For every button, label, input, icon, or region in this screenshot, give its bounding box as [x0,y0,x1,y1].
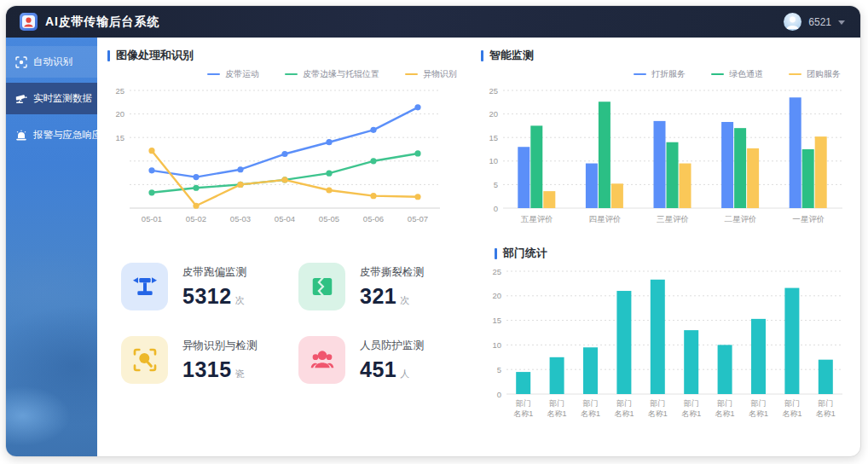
svg-text:20: 20 [492,291,501,300]
panel-title-text: 部门统计 [503,246,547,261]
title-accent-bar [107,50,110,61]
stat-value: 321次 [360,284,424,309]
stat-value: 1315瓷 [182,357,258,382]
legend-swatch [207,73,220,75]
panel-smart-monitor: 智能监测 打折服务 绿色通道 团购服务 0510152025五星评价四星评价三星… [481,48,849,232]
svg-text:25: 25 [489,86,498,96]
svg-text:10: 10 [492,340,501,350]
chevron-down-icon [838,20,845,25]
svg-text:名称1: 名称1 [715,409,735,418]
svg-text:部门: 部门 [549,399,564,408]
svg-text:05-07: 05-07 [408,214,428,223]
svg-text:05-01: 05-01 [142,214,162,223]
svg-text:部门: 部门 [616,399,632,408]
grouped-bar-chart-svg: 0510152025五星评价四星评价三星评价二星评价一星评价 [481,82,849,229]
camera-icon [15,93,27,105]
sidebar: 自动识别 实时监测数据 [6,38,97,457]
svg-text:20: 20 [489,109,498,119]
svg-text:五星评价: 五星评价 [521,214,553,223]
svg-text:15: 15 [492,316,501,325]
stat-unit: 人 [400,368,410,379]
svg-text:0: 0 [497,390,501,399]
svg-text:部门: 部门 [684,399,699,408]
legend-item[interactable]: 团购服务 [789,68,841,80]
sidebar-item-label: 报警与应急响应 [33,129,102,142]
svg-text:名称1: 名称1 [648,409,668,418]
svg-text:名称1: 名称1 [614,409,634,418]
title-accent-bar [495,248,497,259]
avatar[interactable] [784,13,801,31]
svg-text:名称1: 名称1 [513,409,533,418]
panel-title-text: 图像处理和识别 [116,48,194,63]
svg-text:05-05: 05-05 [319,214,339,223]
svg-text:05-03: 05-03 [230,214,251,223]
panel-image-recognition: 图像处理和识别 皮带运动 皮带边缘与托辊位置 异物识别 15202505-010… [107,48,466,232]
legend-item[interactable]: 皮带运动 [207,68,259,80]
page-title: AI皮带传输后台系统 [45,14,159,30]
legend-item[interactable]: 皮带边缘与托辊位置 [285,68,379,80]
legend-swatch [711,73,724,75]
svg-text:四星评价: 四星评价 [588,214,621,223]
svg-text:部门: 部门 [818,399,833,408]
stat-card-belt-tear: 皮带撕裂检测 321次 [298,263,467,310]
svg-text:25: 25 [115,86,124,96]
user-id: 6521 [808,16,831,28]
stat-label: 皮带撕裂检测 [360,265,424,280]
stat-value: 5312次 [182,284,246,309]
svg-text:部门: 部门 [583,399,599,408]
svg-text:名称1: 名称1 [749,409,768,418]
panel-title: 部门统计 [481,246,849,261]
svg-text:名称1: 名称1 [581,409,600,418]
stat-cards: 皮带跑偏监测 5312次 皮带撕裂检测 321次 [107,263,466,384]
svg-text:15: 15 [489,133,498,142]
legend-item[interactable]: 打折服务 [634,68,686,80]
svg-text:名称1: 名称1 [681,409,701,418]
stat-label: 异物识别与检测 [182,339,258,353]
app-header: AI皮带传输后台系统 6521 [6,6,860,38]
stat-label: 皮带跑偏监测 [182,265,246,280]
legend-item[interactable]: 绿色通道 [711,68,763,80]
left-column: 图像处理和识别 皮带运动 皮带边缘与托辊位置 异物识别 15202505-010… [107,48,466,457]
line-chart-svg: 15202505-0105-0205-0305-0405-0505-0605-0… [107,82,454,229]
scan-eye-icon [15,56,27,68]
sidebar-item-realtime-data[interactable]: 实时监测数据 [6,83,97,114]
department-bar-chart-svg: 0510152025部门名称1部门名称1部门名称1部门名称1部门名称1部门名称1… [481,263,849,430]
svg-text:名称1: 名称1 [547,409,567,418]
svg-text:部门: 部门 [516,399,531,408]
line-chart: 15202505-0105-0205-0305-0405-0505-0605-0… [107,82,466,232]
svg-text:名称1: 名称1 [816,409,836,418]
svg-text:三星评价: 三星评价 [657,214,689,223]
sidebar-item-auto-recognition[interactable]: 自动识别 [6,46,97,78]
stat-label: 人员防护监测 [360,339,424,353]
svg-text:25: 25 [492,267,501,276]
app-logo-icon [20,13,38,31]
legend-item[interactable]: 异物识别 [405,68,457,80]
bar-chart-legend: 打折服务 绿色通道 团购服务 [481,68,841,80]
app-window: AI皮带传输后台系统 6521 [5,5,861,457]
panel-title: 智能监测 [481,48,849,63]
main-content: 图像处理和识别 皮带运动 皮带边缘与托辊位置 异物识别 15202505-010… [97,38,860,457]
stat-card-foreign-object: 异物识别与检测 1315瓷 [121,336,290,384]
foreign-object-icon [121,336,168,384]
svg-text:5: 5 [494,180,498,189]
svg-text:05-04: 05-04 [275,214,295,223]
sidebar-item-label: 自动识别 [33,55,72,68]
svg-text:部门: 部门 [751,399,767,408]
legend-swatch [285,73,298,75]
svg-text:05-02: 05-02 [186,214,206,223]
svg-text:部门: 部门 [717,399,732,408]
panel-title: 图像处理和识别 [107,48,466,63]
personnel-icon [298,336,345,384]
sidebar-item-label: 实时监测数据 [33,92,92,105]
title-accent-bar [481,50,483,61]
stat-unit: 次 [235,295,246,305]
user-menu[interactable]: 6521 [784,13,845,31]
panel-department: 部门统计 0510152025部门名称1部门名称1部门名称1部门名称1部门名称1… [481,246,849,433]
stat-unit: 次 [400,295,410,305]
line-chart-legend: 皮带运动 皮带边缘与托辊位置 异物识别 [107,68,457,80]
sidebar-item-alarm-response[interactable]: 报警与应急响应 [6,119,97,151]
svg-text:部门: 部门 [784,399,800,408]
svg-text:10: 10 [489,156,498,165]
svg-text:5: 5 [497,365,501,374]
belt-deviation-icon [121,263,168,310]
